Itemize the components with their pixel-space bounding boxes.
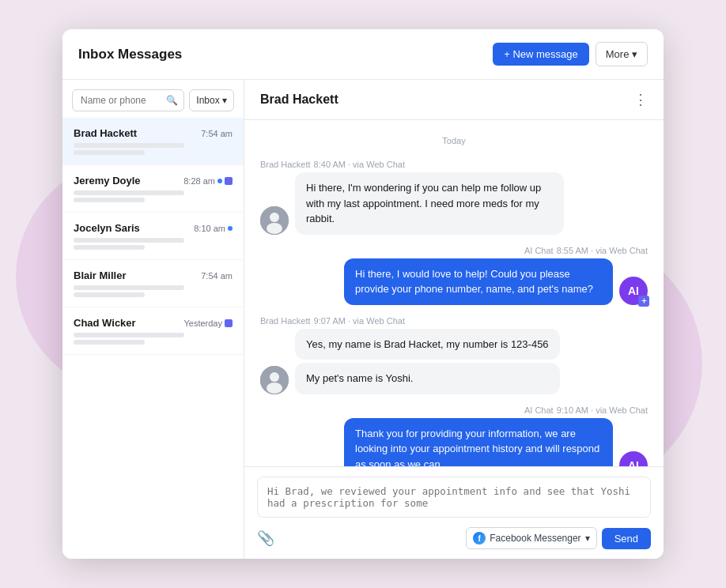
right-actions: f Facebook Messenger ▾ Send: [466, 527, 651, 549]
message-meta: AI Chat 8:55 AM · via Web Chat: [260, 246, 648, 255]
more-button[interactable]: More ▾: [596, 42, 648, 66]
preview-bar: [74, 190, 184, 195]
date-divider: Today: [260, 136, 648, 145]
attach-icon[interactable]: 📎: [257, 530, 274, 547]
contact-preview: [74, 285, 233, 297]
contact-preview: [74, 333, 233, 345]
contact-item[interactable]: Jocelyn Saris 8:10 am: [62, 213, 244, 260]
unread-dot: [217, 179, 222, 183]
contact-time: 7:54 am: [201, 271, 233, 281]
chat-input[interactable]: [257, 477, 651, 518]
message-icon: [225, 177, 233, 185]
contact-name: Jocelyn Saris: [74, 222, 140, 234]
message-row: AI Chat 9:10 AM · via Web Chat Thank you…: [260, 405, 648, 467]
chat-input-area: 📎 f Facebook Messenger ▾ Send: [244, 466, 664, 559]
avatar: [260, 366, 289, 394]
message-sender: AI Chat: [524, 405, 554, 415]
chat-contact-name: Brad Hackett: [260, 92, 338, 107]
chat-panel: Brad Hackett ⋮ Today Brad Hackett 8:40 A…: [244, 80, 664, 559]
channel-dropdown-icon: ▾: [585, 533, 590, 544]
contact-name: Jeremy Doyle: [74, 175, 141, 187]
preview-bar: [74, 245, 145, 250]
ai-avatar: AI: [619, 277, 648, 305]
message-icon: [225, 319, 233, 327]
message-meta: Brad Hackett 8:40 AM · via Web Chat: [260, 160, 648, 169]
contact-item[interactable]: Jeremy Doyle 8:28 am: [62, 165, 244, 213]
preview-bar: [74, 285, 184, 290]
preview-bar: [74, 238, 184, 243]
top-bar: Inbox Messages + New message More ▾: [62, 29, 664, 80]
main-content: 🔍 Inbox ▾ Brad Hackett 7:54 am: [62, 80, 664, 559]
message-sender: AI Chat: [524, 246, 554, 255]
contact-name: Chad Wicker: [74, 317, 136, 329]
contact-name: Blair Miller: [74, 270, 126, 281]
svg-point-1: [270, 213, 279, 222]
app-window: Inbox Messages + New message More ▾ 🔍 In…: [62, 29, 664, 559]
contact-time: 7:54 am: [201, 129, 233, 138]
contact-preview: [74, 238, 233, 250]
message-bubble: My pet's name is Yoshi.: [295, 363, 560, 394]
avatar: [260, 206, 289, 235]
multi-bubble: Yes, my name is Brad Hacket, my number i…: [295, 329, 560, 394]
message-bubble-row: Hi there, I would love to help! Could yo…: [260, 258, 648, 305]
svg-point-2: [267, 223, 282, 234]
message-time: 8:40 AM · via Web Chat: [314, 160, 405, 169]
message-time: 9:07 AM · via Web Chat: [314, 316, 405, 326]
svg-point-5: [270, 372, 279, 382]
chat-messages: Today Brad Hackett 8:40 AM · via Web Cha…: [244, 120, 664, 466]
message-bubble: Yes, my name is Brad Hacket, my number i…: [295, 329, 560, 360]
search-icon: 🔍: [166, 95, 178, 106]
message-row: Brad Hackett 9:07 AM · via Web Chat: [260, 316, 648, 394]
send-button[interactable]: Send: [602, 528, 651, 549]
facebook-icon: f: [473, 532, 486, 545]
contact-item[interactable]: Chad Wicker Yesterday: [62, 307, 244, 355]
message-sender: Brad Hackett: [260, 316, 311, 326]
preview-bar: [74, 143, 184, 148]
message-sender: Brad Hackett: [260, 160, 311, 169]
message-bubble-row: Yes, my name is Brad Hacket, my number i…: [260, 329, 648, 394]
new-message-button[interactable]: + New message: [493, 43, 589, 66]
more-options-icon[interactable]: ⋮: [633, 91, 648, 108]
sidebar-search: 🔍 Inbox ▾: [62, 80, 244, 118]
app-title: Inbox Messages: [78, 47, 182, 62]
preview-bar: [74, 198, 145, 202]
contact-item[interactable]: Brad Hackett 7:54 am: [62, 118, 244, 165]
contact-list: Brad Hackett 7:54 am Jeremy Doyle 8:28 a…: [62, 118, 244, 559]
message-row: Brad Hackett 8:40 AM · via Web Chat Hi t…: [260, 160, 648, 235]
unread-dot: [228, 226, 233, 231]
message-time: 9:10 AM · via Web Chat: [557, 405, 648, 415]
contact-item[interactable]: Blair Miller 7:54 am: [62, 260, 244, 307]
message-time: 8:55 AM · via Web Chat: [557, 246, 648, 255]
ai-avatar: AI: [619, 451, 648, 466]
preview-bar: [74, 150, 145, 155]
contact-time: 8:10 am: [194, 224, 233, 233]
chat-header: Brad Hackett ⋮: [244, 80, 664, 120]
message-meta: AI Chat 9:10 AM · via Web Chat: [260, 405, 648, 415]
inbox-filter-button[interactable]: Inbox ▾: [189, 89, 234, 111]
channel-label: Facebook Messenger: [490, 533, 580, 544]
svg-point-6: [267, 383, 282, 394]
search-input-wrap: 🔍: [72, 89, 184, 111]
contact-name: Brad Hackett: [74, 127, 137, 139]
top-bar-actions: + New message More ▾: [493, 42, 648, 66]
message-bubble: Thank you for providing your information…: [344, 418, 613, 467]
message-bubble: Hi there, I'm wondering if you can help …: [295, 172, 564, 235]
message-bubble-row: Hi there, I'm wondering if you can help …: [260, 172, 648, 235]
preview-bar: [74, 333, 184, 337]
ai-badge: [638, 296, 649, 307]
channel-selector[interactable]: f Facebook Messenger ▾: [466, 527, 596, 549]
preview-bar: [74, 292, 145, 297]
sidebar: 🔍 Inbox ▾ Brad Hackett 7:54 am: [62, 80, 244, 559]
contact-time: Yesterday: [183, 318, 233, 328]
message-meta: Brad Hackett 9:07 AM · via Web Chat: [260, 316, 648, 326]
message-bubble: Hi there, I would love to help! Could yo…: [344, 258, 613, 305]
message-row: AI Chat 8:55 AM · via Web Chat Hi there,…: [260, 246, 648, 305]
message-bubble-row: Thank you for providing your information…: [260, 418, 648, 467]
contact-preview: [74, 190, 233, 202]
contact-preview: [74, 143, 233, 155]
contact-time: 8:28 am: [183, 176, 233, 186]
chat-input-actions: 📎 f Facebook Messenger ▾ Send: [257, 527, 651, 549]
preview-bar: [74, 340, 145, 345]
